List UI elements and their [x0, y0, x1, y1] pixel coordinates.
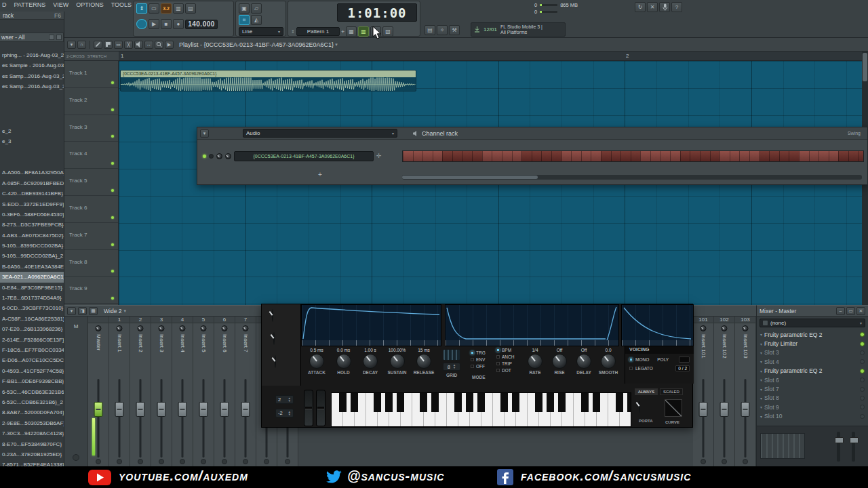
volume-fader[interactable] [199, 402, 208, 417]
tempo-display[interactable]: 140.000 [185, 20, 218, 29]
menu-item[interactable]: D [2, 1, 7, 8]
browser-file-item[interactable]: rphing... - 2016-Aug-03_2 [0, 50, 64, 60]
track-header[interactable]: Track 9 [64, 277, 118, 304]
grid-stepper[interactable]: 8 ▲▼ [443, 363, 460, 371]
browser-file-item[interactable]: es Sample - 2016-Aug-03 [0, 60, 64, 70]
legato-led-icon[interactable] [629, 367, 633, 370]
lfo-knob[interactable] [528, 354, 542, 369]
pan-knob[interactable] [180, 325, 186, 331]
mixer-strip[interactable]: 6 Insert 6 [214, 317, 235, 467]
swing-label[interactable]: Swing [848, 131, 865, 136]
envelope-knob[interactable] [390, 354, 405, 369]
slot-menu-icon[interactable]: ▾ [760, 332, 762, 337]
channel-rack-scrollbar[interactable] [402, 175, 862, 180]
envelope-knob[interactable] [416, 354, 431, 369]
song-pattern-switch[interactable] [136, 19, 147, 29]
volume-fader[interactable] [699, 402, 708, 417]
twitter-handle[interactable]: @sancus-music [347, 468, 444, 484]
send-routing-box[interactable] [760, 433, 805, 459]
monitor-icon[interactable]: ▭ [149, 3, 159, 14]
mode-option[interactable]: ENV [471, 356, 486, 363]
lfo-knob[interactable] [552, 354, 567, 369]
close-icon[interactable]: ✕ [856, 307, 865, 315]
magnet-snap-icon[interactable]: ∩ [77, 41, 86, 49]
zoom-tool-icon[interactable] [155, 41, 163, 49]
plugin-macro-knob[interactable] [272, 309, 273, 322]
volume-fader[interactable] [157, 402, 166, 417]
effect-slot[interactable]: ▾ Slot 3 [758, 348, 867, 357]
volume-fader[interactable] [115, 402, 124, 417]
slot-menu-icon[interactable]: ▾ [760, 359, 762, 364]
abort-icon[interactable]: ✕ [647, 2, 658, 12]
menu-item[interactable]: OPTIONS [76, 1, 104, 8]
slot-enable-led[interactable] [860, 342, 865, 346]
slice-tool-icon[interactable]: ╳ [124, 41, 133, 49]
browser-file-item[interactable]: 1-7E8...6D17374D54A9} [0, 293, 64, 303]
step-sequencer[interactable] [402, 150, 864, 162]
browser-file-item[interactable]: 8-8AB7...52000D0FA704} [0, 407, 64, 418]
help-icon[interactable]: ? [671, 2, 682, 12]
browser-file-item[interactable]: S-EDD...3372E1ED9FF9} [0, 199, 64, 209]
volume-fader[interactable] [241, 402, 250, 417]
mixer-strip[interactable]: 2 Insert 2 [130, 317, 151, 467]
pan-knob[interactable] [222, 325, 228, 331]
mixer-strip[interactable]: 5 Insert 5 [193, 317, 214, 467]
track-activity-led[interactable] [111, 297, 114, 300]
slip-tool-icon[interactable]: ↔ [144, 41, 153, 49]
add-channel-button[interactable]: + [318, 171, 322, 178]
strip-mute-led[interactable] [743, 459, 748, 464]
curve-pad[interactable] [665, 399, 682, 417]
sync-icon[interactable]: ↻ [635, 2, 646, 12]
browser-file-item[interactable]: 8-273...D3C37FBE9FCB} [0, 220, 64, 230]
browser-file-item[interactable]: A-A506...BF8A1A32950A} [0, 167, 64, 178]
pan-knob[interactable] [138, 325, 144, 331]
effect-slot[interactable]: ▾ Slot 9 [758, 403, 867, 411]
browser-file-item[interactable]: es Samp...2016-Aug-03_3 [0, 81, 64, 92]
slot-menu-icon[interactable]: ▾ [760, 414, 762, 419]
track-header[interactable]: Track 7 [64, 223, 118, 250]
effect-slot[interactable]: ▾ Fruity parametric EQ 2 [758, 367, 867, 375]
slot-enable-led[interactable] [860, 405, 865, 409]
browser-file-item[interactable]: 6-53C...CDB6E321B6}_2 [0, 397, 64, 407]
record-button[interactable]: ● [173, 19, 184, 29]
channel-volume-knob[interactable] [225, 153, 231, 159]
strip-mute-led[interactable] [243, 459, 248, 464]
browser-file-item[interactable]: 6-53C...46CDB63E321B6} [0, 387, 64, 397]
mixer-strip[interactable]: 3 Insert 3 [151, 317, 172, 467]
playlist-timeline-ruler[interactable]: 1 2 [119, 52, 862, 61]
browser-file-item[interactable]: 9-105...99DCCD02BA}_2 [0, 251, 64, 261]
pan-knob[interactable] [743, 325, 749, 331]
grid-display[interactable] [443, 349, 460, 361]
detach-icon[interactable]: ▭ [846, 307, 855, 315]
crossfade-label[interactable]: 2-CROSS [66, 54, 85, 58]
pattern-stepper-icon[interactable]: ⇕ [291, 29, 295, 35]
strip-mute-led[interactable] [264, 459, 269, 464]
volume-fader[interactable] [94, 402, 103, 417]
menu-item[interactable]: TOOLS [111, 1, 132, 8]
plugin-macro-knob[interactable] [275, 355, 276, 368]
mixer-strip[interactable]: 1 Insert 1 [109, 317, 130, 467]
microphone-icon[interactable] [659, 2, 670, 12]
playlist-menu-icon[interactable]: ▾ [67, 41, 76, 49]
mixer-strip[interactable]: Master [88, 317, 109, 467]
transpose-down-stepper[interactable]: -2 ▲▼ [275, 409, 294, 418]
audio-clip[interactable]: {0CCC53EA-0213-41BF-A457-3A0962E0A6C1} [120, 70, 416, 92]
scrollbar-thumb[interactable] [863, 53, 867, 81]
volume-fader[interactable] [720, 402, 729, 417]
channel-button[interactable]: {0CCC53EA-0213-41BF-A457-3A0962E0A6C1} [234, 151, 374, 161]
browser-file-item[interactable]: 4-AB3...AE07DC8475D2} [0, 230, 64, 241]
channel-rack-view-icon[interactable]: ▥ [358, 26, 369, 37]
menu-item[interactable]: VIEW [53, 1, 68, 8]
track-activity-led[interactable] [111, 162, 114, 165]
browser-file-item[interactable]: 07-E20...26B133968236} [0, 324, 64, 334]
channel-rack-menu-icon[interactable]: ▾ [200, 129, 209, 138]
strip-mute-led[interactable] [201, 459, 206, 464]
strip-mute-led[interactable] [159, 459, 164, 464]
browser-file-item[interactable]: e_3 [0, 136, 64, 146]
slot-enable-led[interactable] [860, 396, 865, 401]
stop-button[interactable]: ■ [161, 19, 172, 29]
send-fader[interactable] [852, 432, 855, 462]
mixer-detach-icon[interactable]: ◨ [78, 307, 87, 315]
slot-enable-led[interactable] [860, 350, 865, 355]
mode-option[interactable]: OFF [471, 363, 486, 369]
